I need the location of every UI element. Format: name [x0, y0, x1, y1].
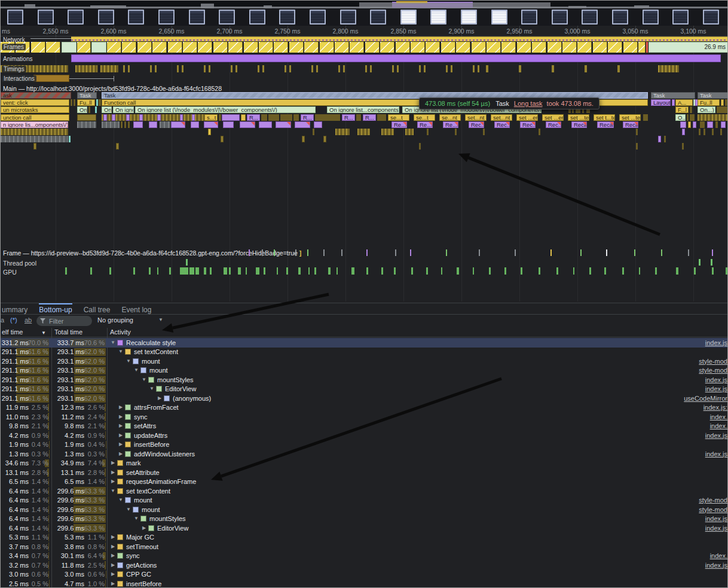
timing-marker[interactable] — [478, 65, 479, 72]
flame-bar[interactable]: ask — [1, 92, 71, 99]
screenshot-thumbnail[interactable] — [189, 10, 205, 25]
grouping-select[interactable]: No grouping — [97, 316, 133, 324]
tab-call-tree[interactable]: Call tree — [84, 303, 111, 314]
frame-event-tick[interactable] — [634, 249, 635, 256]
screenshot-thumbnail[interactable] — [219, 10, 235, 25]
flame-bar[interactable] — [99, 99, 101, 106]
gpu-event[interactable] — [556, 267, 558, 275]
frame-cell[interactable] — [623, 42, 638, 53]
track-label-gpu[interactable]: GPU — [3, 269, 17, 276]
screenshot-thumbnail[interactable] — [340, 10, 356, 25]
timing-marker[interactable] — [585, 65, 587, 72]
activity-label[interactable]: EditorView — [165, 385, 196, 392]
flame-bar[interactable] — [103, 114, 107, 121]
timeline-ruler[interactable]: ms 2,550 ms2,600 ms2,650 ms2,700 ms2,750… — [1, 26, 728, 36]
frame-cell[interactable] — [487, 42, 501, 53]
gpu-event[interactable] — [264, 267, 265, 275]
frame-cell[interactable] — [77, 42, 91, 53]
expand-icon[interactable]: ▶ — [110, 460, 116, 465]
screenshot-thumbnail[interactable] — [98, 10, 114, 25]
expand-icon[interactable]: ▶ — [118, 451, 124, 456]
track-label-interactions[interactable]: Interactions — [2, 75, 36, 82]
source-link[interactable]: index.js — [705, 450, 727, 458]
screenshot-thumbnail[interactable] — [491, 10, 507, 25]
frames-track[interactable]: 26.9 ms — [1, 42, 728, 53]
gpu-event[interactable] — [314, 267, 316, 275]
flame-bar[interactable]: se...t — [414, 114, 435, 121]
gpu-event[interactable] — [441, 267, 442, 275]
frame-cell-idle[interactable]: 26.9 ms — [649, 42, 728, 53]
activity-label[interactable]: attrsFromFacet — [134, 404, 179, 411]
flame-bar[interactable] — [240, 121, 255, 128]
flame-bar[interactable] — [721, 121, 726, 128]
gpu-event[interactable] — [473, 267, 474, 275]
flame-bar[interactable]: Task — [698, 92, 728, 99]
timing-marker[interactable] — [552, 65, 554, 72]
gpu-event[interactable] — [180, 267, 188, 275]
collapse-icon[interactable]: ▼ — [126, 507, 131, 512]
expand-icon[interactable]: ▶ — [110, 544, 116, 549]
frame-event-tick[interactable] — [712, 249, 713, 256]
collapse-icon[interactable]: ▼ — [133, 516, 139, 521]
expand-icon[interactable]: ▶ — [118, 423, 124, 428]
timing-marker[interactable] — [262, 65, 264, 72]
expand-icon[interactable]: ▶ — [110, 553, 116, 558]
frame-event-tick[interactable] — [410, 249, 411, 256]
flame-bar[interactable] — [261, 114, 267, 121]
flame-bar[interactable]: Rec...yle — [546, 121, 561, 128]
screenshot-thumbnail[interactable] — [672, 10, 689, 25]
flame-bar[interactable] — [77, 114, 96, 121]
flame-bar[interactable] — [204, 121, 218, 128]
flame-bar[interactable] — [116, 143, 119, 150]
flame-bar[interactable]: Task — [651, 92, 695, 99]
source-link[interactable]: index.js — [705, 376, 727, 383]
screenshot-thumbnail[interactable] — [7, 10, 23, 25]
expand-icon[interactable]: ▶ — [118, 404, 124, 410]
frame-cell[interactable] — [335, 42, 349, 53]
screenshot-thumbnail[interactable] — [703, 10, 719, 25]
flame-bar[interactable] — [124, 121, 126, 128]
gpu-event[interactable] — [457, 267, 459, 275]
timing-marker[interactable] — [419, 65, 421, 72]
table-row[interactable]: 3.0 ms0.6 %3.0 ms0.6 %▶CPP GC — [1, 570, 728, 580]
gpu-event[interactable] — [169, 267, 171, 275]
flame-bar[interactable] — [280, 114, 292, 121]
expand-icon[interactable]: ▶ — [141, 525, 147, 531]
activity-label[interactable]: mount — [142, 358, 160, 365]
activity-label[interactable]: sync — [126, 552, 140, 559]
timing-marker[interactable] — [128, 65, 130, 72]
screenshot-thumbnail[interactable] — [400, 10, 417, 25]
column-activity[interactable]: Activity — [110, 328, 131, 336]
flame-bar[interactable]: set...nt — [465, 114, 487, 121]
frame-cell[interactable] — [137, 42, 152, 53]
screenshot-thumbnail[interactable] — [128, 10, 144, 25]
flame-bar[interactable]: Layout — [651, 99, 671, 106]
expand-icon[interactable]: ▶ — [118, 414, 124, 419]
flame-bar[interactable] — [268, 114, 279, 121]
flame-bar[interactable]: On...) — [102, 106, 112, 113]
flame-bar[interactable] — [77, 121, 96, 128]
flame-bar[interactable] — [180, 114, 183, 121]
gpu-event[interactable] — [238, 267, 241, 275]
table-row[interactable]: 291.1 ms61.6 %293.1 ms62.0 %▶(anonymous)… — [1, 394, 728, 403]
table-row[interactable]: 291.1 ms61.6 %293.1 ms62.0 %▼mountstyle-… — [1, 357, 728, 366]
frame-event-tick[interactable] — [395, 249, 396, 256]
frame-event-tick[interactable] — [688, 249, 689, 256]
flame-bar[interactable]: set ...tent — [619, 114, 641, 121]
activity-label[interactable]: insertBefore — [126, 580, 161, 587]
flame-bar[interactable] — [703, 129, 705, 135]
frame-cell[interactable] — [365, 42, 380, 53]
frame-event-tick[interactable] — [262, 249, 263, 256]
flame-bar[interactable]: Re...le — [443, 121, 458, 128]
activity-label[interactable]: EditorView — [157, 525, 188, 532]
source-link[interactable]: index. — [710, 552, 727, 559]
gpu-event[interactable] — [539, 267, 540, 275]
activity-label[interactable]: sync — [134, 413, 148, 421]
source-link[interactable]: style-mod — [699, 496, 727, 504]
activity-label[interactable]: mount — [134, 496, 152, 504]
gpu-event[interactable] — [298, 267, 301, 275]
frame-cell[interactable] — [320, 42, 334, 53]
timing-marker[interactable] — [209, 65, 210, 72]
collapse-icon[interactable]: ▼ — [126, 358, 131, 364]
flame-bar[interactable] — [139, 114, 143, 121]
